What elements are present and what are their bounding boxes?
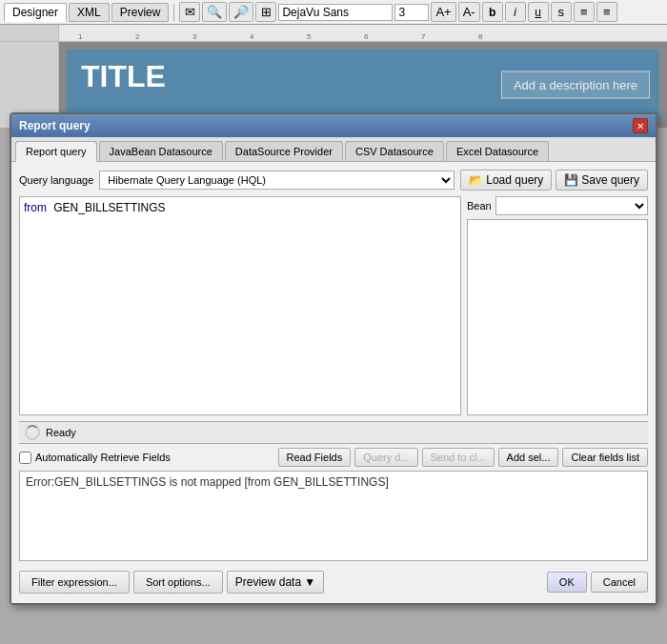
query-content-area: from GEN_BILLSETTINGS Bean	[19, 196, 648, 415]
ruler-tick: 8	[478, 32, 482, 41]
save-icon: 💾	[564, 173, 578, 187]
bean-row: Bean	[467, 196, 648, 215]
bean-label: Bean	[467, 200, 492, 211]
ruler-tick: 7	[421, 32, 425, 41]
query-action-buttons: 📂 Load query 💾 Save query	[460, 170, 648, 191]
dialog-footer: Filter expression... Sort options... Pre…	[19, 567, 648, 595]
field-buttons-row: Automatically Retrieve Fields Read Field…	[19, 444, 648, 471]
toolbar: Designer XML Preview ✉ 🔍 🔎 ⊞ A+ A- b i u…	[0, 0, 667, 25]
ruler-tick: 5	[307, 32, 311, 41]
dropdown-arrow-icon: ▼	[304, 575, 315, 589]
dialog-close-button[interactable]: ✕	[633, 118, 648, 133]
tab-xml[interactable]: XML	[69, 3, 110, 22]
underline-btn[interactable]: u	[528, 2, 549, 22]
auto-retrieve-row: Automatically Retrieve Fields	[19, 452, 274, 464]
filter-expression-button[interactable]: Filter expression...	[19, 571, 130, 594]
send-to-cl-button[interactable]: Send to cl...	[422, 448, 495, 467]
bold-btn[interactable]: b	[482, 2, 503, 22]
query-table-name: GEN_BILLSETTINGS	[53, 201, 165, 214]
query-lang-row: Query language Hibernate Query Language …	[19, 170, 648, 191]
font-name-input[interactable]	[278, 4, 393, 21]
dialog-body: Query language Hibernate Query Language …	[11, 162, 656, 603]
ruler: 1 2 3 4 5 6 7 8	[0, 25, 667, 42]
ruler-corner	[0, 25, 59, 41]
tab-datasource-provider[interactable]: DataSource Provider	[225, 141, 343, 161]
dialog-tab-bar: Report query JavaBean Datasource DataSou…	[11, 137, 656, 162]
query-editor[interactable]: from GEN_BILLSETTINGS	[19, 196, 461, 415]
ruler-body: 1 2 3 4 5 6 7 8	[59, 25, 667, 41]
italic-btn[interactable]: i	[505, 2, 526, 22]
ok-button[interactable]: OK	[547, 572, 587, 593]
footer-right-buttons: OK Cancel	[547, 572, 648, 593]
align-right-btn[interactable]: ≡	[596, 2, 617, 22]
error-text: Error:GEN_BILLSETTINGS is not mapped [fr…	[26, 475, 389, 489]
auto-retrieve-checkbox[interactable]	[19, 452, 31, 464]
status-bar: Ready	[19, 421, 648, 444]
report-canvas: TITLE Add a description here	[67, 50, 659, 120]
tab-csv-datasource[interactable]: CSV Datasource	[345, 141, 444, 161]
ruler-tick: 3	[192, 32, 196, 41]
query-language-select[interactable]: Hibernate Query Language (HQL)	[99, 171, 455, 190]
ruler-tick: 4	[250, 32, 253, 41]
separator	[173, 4, 174, 21]
tab-report-query[interactable]: Report query	[15, 141, 97, 162]
report-description[interactable]: Add a description here	[501, 71, 650, 99]
ruler-tick: 1	[78, 32, 82, 41]
clear-fields-button[interactable]: Clear fields list	[562, 448, 648, 467]
tab-javabean[interactable]: JavaBean Datasource	[99, 141, 223, 161]
error-output-area: Error:GEN_BILLSETTINGS is not mapped [fr…	[19, 471, 648, 561]
report-title: TITLE	[67, 50, 180, 104]
ruler-tick: 6	[364, 32, 368, 41]
footer-left-buttons: Filter expression... Sort options... Pre…	[19, 571, 324, 594]
report-query-dialog: Report query ✕ Report query JavaBean Dat…	[10, 112, 657, 605]
read-fields-button[interactable]: Read Fields	[278, 448, 352, 467]
font-larger-btn[interactable]: A+	[431, 2, 455, 22]
bean-panel: Bean	[467, 196, 648, 415]
bean-select[interactable]	[495, 196, 648, 215]
add-sel-button[interactable]: Add sel...	[498, 448, 559, 467]
load-query-button[interactable]: 📂 Load query	[460, 170, 552, 191]
zoom-out-icon[interactable]: 🔎	[229, 2, 253, 22]
dialog-titlebar: Report query ✕	[11, 114, 656, 137]
query-language-label: Query language	[19, 174, 93, 186]
tab-preview[interactable]: Preview	[111, 3, 170, 22]
query-keyword: from	[24, 201, 47, 214]
zoom-in-icon[interactable]: 🔍	[202, 2, 227, 22]
load-icon: 📂	[469, 173, 483, 187]
preview-data-button[interactable]: Preview data ▼	[227, 571, 324, 594]
tab-designer[interactable]: Designer	[4, 3, 67, 22]
font-size-input[interactable]	[394, 4, 429, 21]
query-d-button[interactable]: Query d...	[354, 448, 417, 467]
layout-icon[interactable]: ⊞	[255, 2, 276, 22]
email-icon[interactable]: ✉	[179, 2, 200, 22]
strikethrough-btn[interactable]: s	[551, 2, 572, 22]
save-query-button[interactable]: 💾 Save query	[556, 170, 648, 191]
status-text: Ready	[46, 427, 76, 438]
spinner-icon	[25, 425, 40, 440]
dialog-title: Report query	[19, 119, 91, 132]
cancel-button[interactable]: Cancel	[591, 572, 648, 593]
align-left-btn[interactable]: ≡	[574, 2, 595, 22]
sort-options-button[interactable]: Sort options...	[133, 571, 223, 594]
font-smaller-btn[interactable]: A-	[458, 2, 480, 22]
ruler-tick: 2	[135, 32, 139, 41]
bean-list	[467, 219, 648, 415]
tab-excel-datasource[interactable]: Excel Datasource	[446, 141, 549, 161]
auto-retrieve-label: Automatically Retrieve Fields	[35, 452, 171, 463]
